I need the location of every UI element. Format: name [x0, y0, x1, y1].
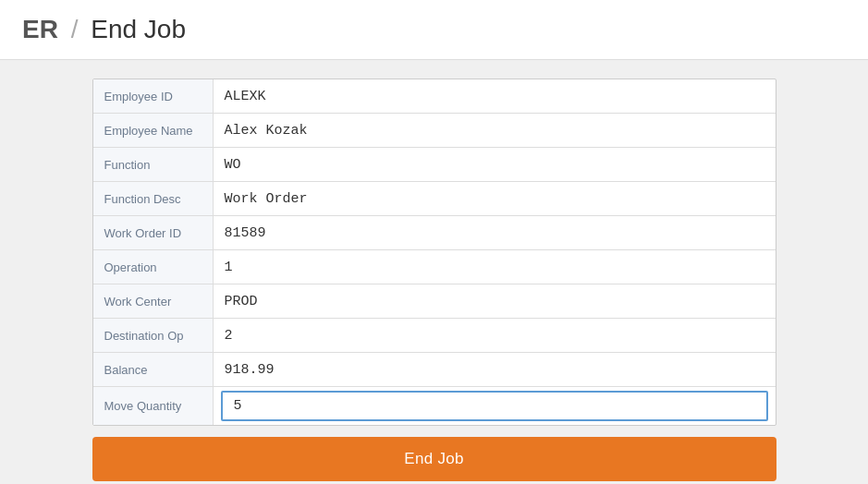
- move-quantity-input[interactable]: [221, 391, 768, 421]
- field-value-employee-name: Alex Kozak: [214, 114, 776, 147]
- form-row: Employee IDALEXK: [93, 79, 776, 114]
- page-title: End Job: [91, 15, 186, 43]
- field-value-employee-id: ALEXK: [214, 79, 776, 113]
- form-row: Balance918.99: [93, 353, 776, 387]
- breadcrumb-separator: /: [64, 15, 85, 43]
- field-label-operation: Operation: [93, 250, 214, 284]
- form-row: FunctionWO: [93, 148, 776, 182]
- field-label-work-order-id: Work Order ID: [93, 216, 214, 249]
- form-row: Function DescWork Order: [93, 182, 776, 216]
- form-row: Work Order ID81589: [93, 216, 776, 250]
- field-value-work-order-id: 81589: [214, 216, 776, 249]
- field-value-function-desc: Work Order: [214, 182, 776, 215]
- page-header: ER / End Job: [0, 0, 868, 60]
- field-value-destination-op: 2: [214, 319, 776, 352]
- field-label-move-quantity: Move Quantity: [93, 387, 214, 425]
- main-content: Employee IDALEXKEmployee NameAlex KozakF…: [0, 60, 868, 484]
- field-label-function: Function: [93, 148, 214, 181]
- field-value-function: WO: [214, 148, 776, 181]
- field-label-work-center: Work Center: [93, 284, 214, 318]
- form-row: Work CenterPROD: [93, 284, 776, 319]
- field-label-employee-name: Employee Name: [93, 114, 214, 147]
- move-quantity-wrapper: [214, 387, 776, 425]
- form-row: Move Quantity: [93, 387, 776, 425]
- end-job-button[interactable]: End Job: [92, 437, 776, 481]
- field-label-destination-op: Destination Op: [93, 319, 214, 352]
- field-value-balance: 918.99: [214, 353, 776, 386]
- field-value-operation: 1: [214, 250, 776, 284]
- form-row: Employee NameAlex Kozak: [93, 114, 776, 148]
- form-container: Employee IDALEXKEmployee NameAlex KozakF…: [92, 79, 776, 426]
- field-value-work-center: PROD: [214, 284, 776, 318]
- field-label-function-desc: Function Desc: [93, 182, 214, 215]
- field-label-balance: Balance: [93, 353, 214, 386]
- field-label-employee-id: Employee ID: [93, 79, 214, 113]
- breadcrumb-prefix: ER: [22, 15, 58, 43]
- form-row: Destination Op2: [93, 319, 776, 353]
- form-row: Operation1: [93, 250, 776, 284]
